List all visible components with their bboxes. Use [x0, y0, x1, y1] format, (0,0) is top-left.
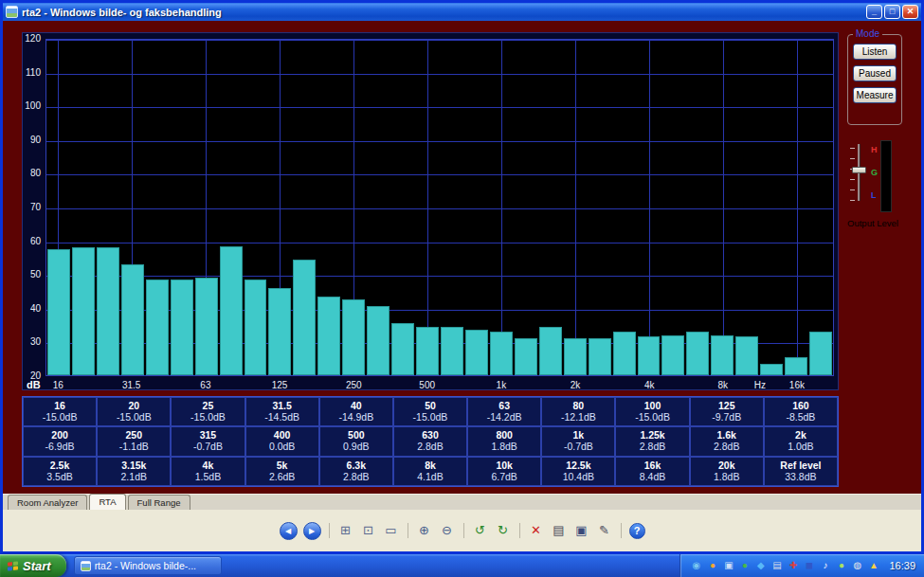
taskbar-task-button[interactable]: rta2 - Windows bilde-...: [74, 556, 222, 575]
tray-icon-4[interactable]: ●: [738, 559, 751, 572]
band-frequency: 400: [274, 430, 291, 441]
windows-logo-cell: [13, 566, 18, 569]
tab-rta[interactable]: RTA: [89, 494, 125, 510]
band-cell-125: 125-9.7dB: [690, 397, 764, 426]
bar-1.25k: [515, 338, 537, 375]
edit-button[interactable]: ✎: [596, 522, 613, 539]
mode-buttons: ListenPausedMeasure: [848, 44, 901, 103]
system-tray: ◉●▣●◆▤✚◼♪●◍▲16:39: [679, 554, 924, 577]
toolbar-separator: [463, 523, 464, 538]
bar-6.3k: [686, 332, 709, 375]
bar-800: [465, 330, 488, 375]
help-button[interactable]: ?: [629, 523, 645, 539]
bar-400: [391, 323, 414, 375]
previous-image-button[interactable]: ◀: [280, 522, 298, 540]
actual-size-button[interactable]: ⊡: [360, 522, 377, 539]
band-cell-500: 5000.9dB: [319, 426, 393, 456]
maximize-button[interactable]: □: [884, 5, 900, 19]
band-value: 2.8dB: [343, 472, 369, 482]
band-cell-1k: 1k-0.7dB: [541, 426, 615, 456]
band-frequency: 63: [498, 401, 510, 411]
x-tick-hz: Hz: [754, 380, 766, 390]
spectrum-plot: [45, 39, 834, 376]
mode-group-label: Mode: [853, 28, 882, 39]
minimize-button[interactable]: _: [866, 5, 882, 19]
tray-icon-11[interactable]: ◍: [851, 559, 863, 572]
print-button[interactable]: ▤: [551, 522, 568, 539]
mode-button-listen[interactable]: Listen: [853, 44, 897, 60]
band-cell-8k: 8k4.1dB: [393, 457, 467, 486]
band-value: -0.7dB: [564, 442, 593, 452]
tray-icon-7[interactable]: ✚: [787, 559, 799, 572]
band-value: 2.8dB: [714, 442, 739, 452]
y-tick-50: 50: [30, 270, 41, 279]
tray-icon-3[interactable]: ▣: [722, 559, 734, 572]
band-frequency: 12.5k: [566, 460, 590, 471]
level-marker-h: H: [871, 146, 878, 154]
x-tick-8k: 8k: [717, 380, 728, 390]
band-value: -15.0dB: [43, 412, 78, 423]
band-cell-31.5: 31.5-14.5dB: [245, 397, 319, 426]
zoom-in-button[interactable]: ⊕: [416, 522, 433, 539]
band-table: 16-15.0dB20-15.0dB25-15.0dB31.5-14.5dB40…: [22, 396, 839, 487]
bar-4k: [638, 336, 661, 375]
tab-room-analyzer[interactable]: Room Analyzer: [8, 495, 87, 510]
x-tick-1k: 1k: [497, 380, 507, 390]
bar-20k: [809, 332, 832, 375]
band-value: 1.8dB: [491, 442, 516, 452]
band-value: -15.0dB: [413, 412, 448, 423]
band-value: -15.0dB: [635, 412, 670, 423]
close-button[interactable]: ✕: [902, 5, 918, 19]
rotate-cw-button[interactable]: ↻: [495, 522, 512, 539]
windows-logo-icon: [8, 561, 18, 570]
band-value: 0.9dB: [343, 442, 369, 452]
bar-1k: [490, 332, 513, 375]
band-frequency: 160: [792, 401, 809, 411]
tray-icon-6[interactable]: ▤: [770, 559, 783, 572]
mode-button-measure[interactable]: Measure: [853, 87, 897, 103]
slider-thumb[interactable]: [852, 167, 866, 173]
tab-full-range[interactable]: Full Range: [128, 495, 190, 510]
rotate-ccw-button[interactable]: ↺: [472, 522, 489, 539]
titlebar[interactable]: rta2 - Windows bilde- og faksbehandling …: [3, 3, 921, 21]
bar-31.5: [121, 264, 144, 375]
band-cell-1.25k: 1.25k2.8dB: [615, 426, 689, 456]
band-cell-20: 20-15.0dB: [97, 397, 171, 426]
next-image-button[interactable]: ▶: [303, 522, 321, 540]
band-value: -0.7dB: [193, 442, 223, 452]
y-tick-60: 60: [30, 237, 41, 246]
band-value: -9.7dB: [712, 412, 741, 423]
band-cell-160: 160-8.5dB: [764, 397, 838, 426]
band-value: 2.1dB: [121, 472, 147, 482]
bar-80: [220, 246, 243, 375]
tray-icon-9[interactable]: ♪: [819, 559, 831, 572]
delete-button[interactable]: ✕: [528, 522, 545, 539]
start-button[interactable]: Start: [0, 554, 66, 577]
bar-5k: [661, 335, 684, 375]
y-tick-70: 70: [30, 203, 41, 212]
slideshow-button[interactable]: ▭: [383, 522, 400, 539]
mode-button-paused[interactable]: Paused: [853, 65, 897, 81]
save-button[interactable]: ▣: [573, 522, 590, 539]
tray-icon-1[interactable]: ◉: [690, 559, 702, 572]
bar-1.6k: [539, 327, 562, 375]
tray-icon-8[interactable]: ◼: [803, 559, 815, 572]
bar-2.5k: [589, 338, 611, 375]
zoom-out-button[interactable]: ⊖: [439, 522, 456, 539]
level-marker-l: L: [871, 191, 877, 200]
tray-icon-10[interactable]: ●: [835, 559, 847, 572]
best-fit-button[interactable]: ⊞: [337, 522, 354, 539]
band-frequency: 6.3k: [347, 460, 366, 471]
bar-40: [146, 279, 169, 375]
y-axis-unit-label: dB: [27, 379, 41, 390]
bars: [46, 40, 833, 375]
band-value: -6.9dB: [45, 442, 75, 452]
band-cell-2.5k: 2.5k3.5dB: [23, 457, 97, 486]
tray-icon-2[interactable]: ●: [706, 559, 718, 572]
viewer-toolbar: ◀▶⊞⊡▭⊕⊖↺↻✕▤▣✎?: [280, 522, 645, 540]
y-tick-120: 120: [25, 34, 41, 44]
tray-icon-12[interactable]: ▲: [867, 559, 879, 572]
tray-icon-5[interactable]: ◆: [754, 559, 767, 572]
band-cell-630: 6302.8dB: [393, 426, 467, 456]
band-value: 1.5dB: [195, 472, 221, 482]
